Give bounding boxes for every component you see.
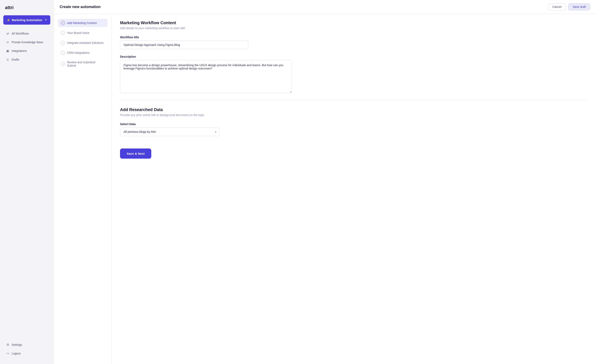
logout-icon: ↪ — [6, 352, 9, 355]
step-review-and-submit[interactable]: ✓ Review and Submitnd Submit — [58, 58, 107, 69]
integrations-icon: ▣ — [6, 49, 9, 53]
content-area: ✓ Add Marketing Content ✓ Your Brand Voi… — [54, 14, 596, 364]
step-your-brand-voice[interactable]: ✓ Your Brand Voice — [58, 29, 107, 37]
sidebar-item-label: All Workflows — [12, 32, 29, 35]
logo: attri — [3, 5, 50, 10]
workflow-title-label: Workflow title — [120, 36, 588, 39]
plus-icon: + — [45, 18, 47, 22]
step-check-icon: ✓ — [61, 31, 65, 35]
step-add-marketing-content[interactable]: ✓ Add Marketing Content — [58, 19, 107, 27]
sidebar-item-settings[interactable]: ⚙ Settings — [3, 341, 50, 349]
divider — [120, 101, 588, 101]
save-next-button[interactable]: Save & Next — [120, 148, 151, 159]
section-title: Marketing Workflow Content — [120, 21, 588, 25]
researched-title: Add Researched Data — [120, 107, 588, 112]
select-wrapper: All previous blogs by Attri Custom docum… — [120, 127, 219, 136]
step-check-icon: ✓ — [61, 41, 65, 45]
researched-subtitle: Provide any prior article link or backgr… — [120, 113, 588, 117]
step-label: CRM Integrations — [67, 51, 89, 54]
workflows-icon: ⇄ — [6, 32, 9, 35]
select-data-label: Select Data — [120, 123, 588, 126]
researched-section: Add Researched Data Provide any prior ar… — [120, 107, 588, 136]
sidebar-item-drafts[interactable]: ⎗ Drafts — [3, 56, 50, 64]
description-textarea[interactable] — [120, 60, 292, 93]
step-integrate-assistant-solutions[interactable]: ✓ Integrate Assistant Solutions — [58, 39, 107, 47]
step-label: Review and Submitnd Submit — [67, 61, 104, 67]
workflow-title-field-group: Workflow title — [120, 36, 588, 49]
marketing-automation-button[interactable]: ⚡ Marketing Automation + — [3, 15, 50, 25]
step-check-icon: ✓ — [61, 21, 65, 25]
sidebar-item-integrations[interactable]: ▣ Integrations — [3, 47, 50, 55]
workflow-title-input[interactable] — [120, 41, 248, 49]
sidebar: attri ⚡ Marketing Automation + ⇄ All Wor… — [0, 0, 54, 364]
knowledge-base-icon: ⊙ — [6, 40, 9, 44]
description-field-group: Description — [120, 55, 588, 94]
nav-items: ⇄ All Workflows ⊙ Private Knowledge Base… — [3, 29, 50, 341]
sidebar-item-label: Drafts — [12, 58, 19, 61]
marketing-icon: ⚡ — [7, 18, 10, 22]
topbar: Create new automation Cancel Save draft — [54, 0, 596, 14]
step-crm-integrations[interactable]: ✓ CRM Integrations — [58, 49, 107, 57]
sidebar-item-label: Logout — [12, 352, 21, 355]
step-label: Integrate Assistant Solutions — [67, 41, 104, 44]
main: Create new automation Cancel Save draft … — [54, 0, 596, 364]
drafts-icon: ⎗ — [6, 58, 9, 61]
section-subtitle: Add details to your marketing workflow t… — [120, 27, 588, 30]
sidebar-item-logout[interactable]: ↪ Logout — [3, 349, 50, 357]
steps-panel: ✓ Add Marketing Content ✓ Your Brand Voi… — [54, 14, 112, 364]
page-title: Create new automation — [60, 5, 101, 9]
save-draft-button[interactable]: Save draft — [568, 3, 590, 10]
step-label: Your Brand Voice — [67, 31, 89, 35]
sidebar-item-all-workflows[interactable]: ⇄ All Workflows — [3, 29, 50, 37]
step-label: Add Marketing Content — [67, 21, 97, 25]
step-check-icon: ✓ — [61, 51, 65, 55]
sidebar-item-label: Integrations — [12, 49, 27, 52]
settings-icon: ⚙ — [6, 343, 9, 347]
topbar-actions: Cancel Save draft — [548, 3, 590, 10]
description-label: Description — [120, 55, 588, 58]
cancel-button[interactable]: Cancel — [548, 3, 566, 10]
sidebar-item-label: Settings — [12, 343, 22, 346]
select-data-field-group: Select Data All previous blogs by Attri … — [120, 123, 588, 136]
sidebar-item-private-knowledge-base[interactable]: ⊙ Private Knowledge Base — [3, 38, 50, 46]
step-check-icon: ✓ — [61, 62, 65, 66]
select-data-dropdown[interactable]: All previous blogs by Attri Custom docum… — [120, 127, 219, 136]
sidebar-item-label: Private Knowledge Base — [12, 41, 43, 44]
sidebar-bottom: ⚙ Settings ↪ Logout — [3, 341, 50, 359]
form-panel: Marketing Workflow Content Add details t… — [112, 14, 596, 364]
